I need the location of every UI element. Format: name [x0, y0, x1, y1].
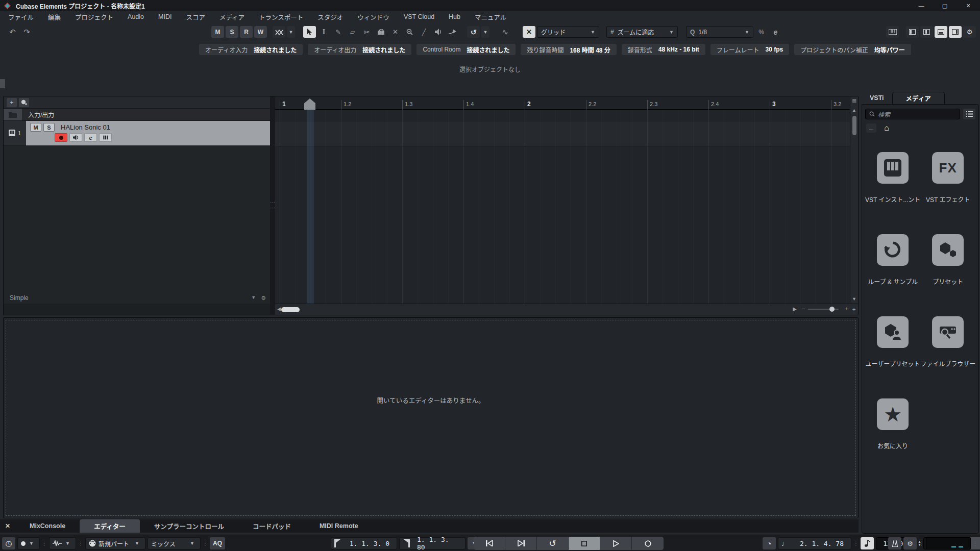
auto-fade-button[interactable]: [273, 26, 285, 38]
vertical-scroll-thumb[interactable]: [852, 116, 856, 135]
time-display[interactable]: ♩ 2. 1. 4. 78: [778, 537, 851, 549]
tab-midi-remote[interactable]: MIDI Remote: [305, 519, 373, 533]
media-home-button[interactable]: ⌂: [881, 123, 892, 133]
right-locator-field[interactable]: 1. 1. 3. 80: [399, 537, 465, 549]
arranger-jog-button[interactable]: ◔: [763, 537, 776, 549]
menu-media[interactable]: メディア: [212, 12, 252, 22]
tile-user-presets[interactable]: ユーザープリセット: [866, 316, 920, 368]
stop-button[interactable]: [569, 537, 600, 550]
track-name[interactable]: HALion Sonic 01: [61, 123, 110, 131]
tile-favorites[interactable]: ★ お気に入り: [877, 398, 909, 450]
zoom-out-icon[interactable]: −: [802, 306, 805, 312]
range-select-tool[interactable]: I: [317, 26, 330, 38]
tab-vsti[interactable]: VSTi: [862, 92, 892, 104]
auto-quantize-button[interactable]: AQ: [210, 537, 225, 549]
snap-type-dropdown[interactable]: グリッド ▼: [537, 26, 599, 38]
close-lower-zone-icon[interactable]: ✕: [0, 522, 15, 530]
menu-edit[interactable]: 編集: [41, 12, 68, 22]
play-tool[interactable]: [432, 26, 445, 38]
mute-tool[interactable]: ✕: [389, 26, 402, 38]
right-zone-toggle[interactable]: [949, 26, 962, 38]
cycle-button[interactable]: ↺: [537, 537, 569, 550]
write-automation-button[interactable]: W: [254, 26, 267, 38]
metronome-setup-gear-icon[interactable]: ⚙: [903, 537, 917, 549]
divider-handle[interactable]: ⋮⋮: [270, 200, 276, 211]
play-button[interactable]: [600, 537, 632, 550]
track-versions-dropdown[interactable]: ▼: [481, 26, 489, 38]
quantize-panel-button[interactable]: e: [769, 26, 782, 38]
project-cursor-handle[interactable]: [304, 98, 315, 110]
track-presets-button[interactable]: [19, 98, 29, 107]
instrument-track[interactable]: 1 M S HALion Sonic 01 e: [4, 121, 270, 145]
inspector-toggle[interactable]: [920, 26, 933, 38]
media-list-view-button[interactable]: [963, 109, 975, 119]
record-button[interactable]: [632, 537, 664, 550]
split-tool[interactable]: ✂: [360, 26, 373, 38]
vertical-zoom-in-button[interactable]: +: [850, 304, 858, 315]
automation-panel-button[interactable]: ∿: [499, 26, 511, 38]
scroll-up-icon[interactable]: ▲: [850, 106, 859, 115]
tracklist-timeline-divider[interactable]: ⋮⋮: [270, 96, 275, 315]
edit-instrument-button[interactable]: e: [84, 133, 97, 142]
scroll-down-icon[interactable]: ▼: [850, 294, 859, 304]
menu-audio[interactable]: Audio: [120, 13, 151, 20]
track-lane[interactable]: [275, 122, 850, 146]
feedback-tool[interactable]: [446, 26, 459, 38]
midi-record-mode-dropdown[interactable]: 新規パート ▼: [85, 537, 145, 549]
line-tool[interactable]: ╱: [418, 26, 430, 38]
auto-fade-dropdown[interactable]: ▼: [287, 26, 295, 38]
add-track-button[interactable]: +: [7, 98, 17, 107]
menu-file[interactable]: ファイル: [1, 12, 41, 22]
metronome-button[interactable]: [888, 537, 901, 549]
record-time-chip[interactable]: 残り録音時間168 時間 48 分: [521, 44, 616, 55]
tab-media[interactable]: メディア: [892, 92, 945, 104]
tempo-track-button[interactable]: [861, 537, 874, 549]
preset-dropdown-icon[interactable]: ▼: [251, 295, 256, 302]
menu-vst-cloud[interactable]: VST Cloud: [397, 13, 442, 20]
track-list-settings-gear-icon[interactable]: ⚙: [261, 295, 266, 302]
tab-editor[interactable]: エディター: [80, 519, 140, 533]
menu-project[interactable]: プロジェクト: [68, 12, 120, 22]
tab-chord-pads[interactable]: コードパッド: [238, 519, 305, 533]
horizontal-scrollbar[interactable]: ◀ ▶ − +: [275, 304, 850, 315]
menu-window[interactable]: ウィンドウ: [350, 12, 397, 22]
read-automation-button[interactable]: R: [240, 26, 253, 38]
track-body[interactable]: M S HALion Sonic 01 e: [26, 121, 270, 145]
menu-transport[interactable]: トランスポート: [252, 12, 310, 22]
ruler-options-button[interactable]: ≣: [850, 96, 859, 106]
window-edge-handle[interactable]: [0, 79, 5, 88]
tab-sampler-control[interactable]: サンプラーコントロール: [140, 519, 238, 533]
go-to-start-button[interactable]: [474, 537, 505, 550]
horizontal-scroll-thumb[interactable]: [281, 307, 300, 312]
left-locator-field[interactable]: 1. 1. 3. 0: [331, 537, 397, 549]
media-search-input[interactable]: 検索: [865, 109, 960, 119]
iterative-quantize-button[interactable]: %: [755, 26, 768, 38]
zoom-slider-knob[interactable]: [829, 307, 835, 312]
track-versions-button[interactable]: ↺: [467, 26, 480, 38]
menu-midi[interactable]: MIDI: [151, 13, 179, 20]
audio-alignment-button[interactable]: ▼: [49, 537, 76, 549]
menu-studio[interactable]: スタジオ: [310, 12, 350, 22]
scroll-left-icon[interactable]: ◀: [277, 306, 281, 312]
close-button[interactable]: ✕: [957, 0, 980, 11]
go-to-end-button[interactable]: [505, 537, 537, 550]
left-zone-toggle[interactable]: [906, 26, 919, 38]
menu-score[interactable]: スコア: [179, 12, 212, 22]
vertical-scrollbar[interactable]: ≣ ▲ ▼: [850, 96, 858, 304]
left-locator-value[interactable]: 1. 1. 3. 0: [345, 537, 394, 549]
io-folder-track[interactable]: 入力/出力: [4, 109, 270, 121]
midi-cycle-record-mode-dropdown[interactable]: ミックス ▼: [148, 537, 201, 549]
tile-vst-instruments[interactable]: VST インスト...ント: [865, 152, 920, 204]
zoom-tool[interactable]: [403, 26, 416, 38]
record-mode-button[interactable]: ▼: [17, 537, 40, 549]
tile-presets[interactable]: プリセット: [932, 234, 964, 286]
record-enable-button[interactable]: [55, 133, 67, 142]
control-room-chip[interactable]: Control Room接続されました: [416, 44, 516, 55]
audio-output-chip[interactable]: オーディオ出力接続されました: [308, 44, 411, 55]
scroll-right-icon[interactable]: ▶: [793, 306, 797, 312]
right-locator-value[interactable]: 1. 1. 3. 80: [413, 537, 462, 549]
audio-input-chip[interactable]: オーディオ入力接続されました: [199, 44, 303, 55]
timeline-ruler[interactable]: 1 1.2 1.3 1.4 2 2.2 2.3 2.4 3 3.2: [275, 96, 850, 110]
object-select-tool[interactable]: [303, 26, 316, 38]
draw-tool[interactable]: ✎: [332, 26, 345, 38]
